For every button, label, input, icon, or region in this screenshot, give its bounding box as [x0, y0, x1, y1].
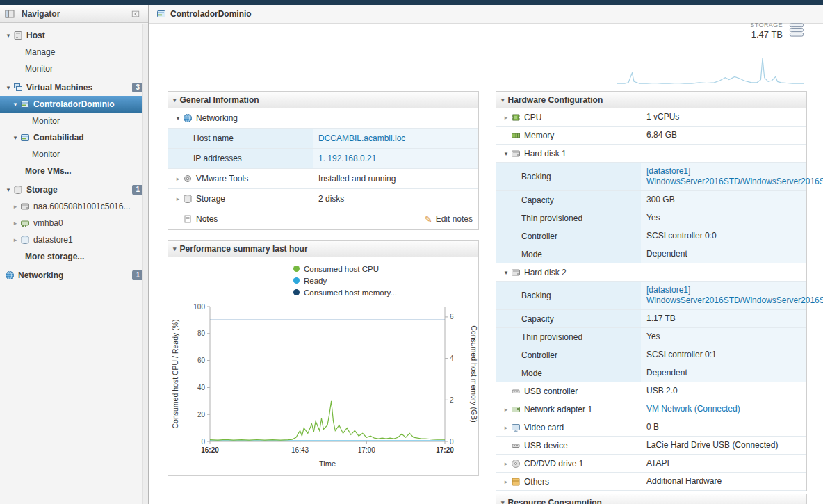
hardware-configuration-table: ▸CPU1 vCPUsMemory6.84 GB▾Hard disk 1Back… — [496, 108, 806, 491]
row-label-cell: Thin provisioned — [496, 328, 641, 346]
svg-text:Time: Time — [319, 460, 336, 468]
twisty-closed-icon[interactable]: ▸ — [502, 460, 510, 467]
svg-text:4: 4 — [450, 355, 454, 362]
twisty-closed-icon[interactable]: ▸ — [11, 236, 19, 243]
twisty-closed-icon[interactable]: ▸ — [502, 114, 510, 121]
twisty-open-icon[interactable]: ▾ — [173, 245, 177, 252]
sidebar-item-monitor[interactable]: Monitor — [0, 60, 148, 77]
row-label: USB device — [524, 441, 568, 450]
row-label-cell: Controller — [496, 346, 641, 364]
cpu-icon — [510, 113, 521, 122]
resource-consumption-header[interactable]: ▾ Resource Consumption — [496, 494, 806, 504]
twisty-closed-icon[interactable]: ▸ — [502, 424, 510, 431]
row-value[interactable]: [datastore1] WindowsServer2016STD/Window… — [641, 282, 823, 309]
sidebar-item-more-storage[interactable]: More storage... — [0, 248, 148, 265]
svg-text:40: 40 — [197, 384, 206, 391]
others-icon — [510, 477, 521, 487]
svg-text:100: 100 — [193, 303, 205, 311]
row-value: 6.84 GB — [641, 127, 806, 144]
table-row-video-card: ▸Video card0 B — [496, 418, 806, 437]
sidebar-item-label: Manage — [25, 47, 55, 57]
twisty-open-icon[interactable]: ▾ — [501, 499, 505, 504]
twisty-open-icon[interactable]: ▾ — [501, 97, 505, 104]
sidebar-item-label: Storage — [26, 185, 58, 195]
twisty-open-icon[interactable]: ▾ — [173, 97, 177, 104]
count-badge: 1 — [132, 270, 143, 280]
table-row-mode: ModeDependent — [496, 245, 806, 263]
performance-chart: 020406080100024616:2016:4317:0017:20Cons… — [168, 301, 478, 475]
sidebar-item-more-vms[interactable]: More VMs... — [0, 163, 148, 179]
hardware-configuration-header[interactable]: ▾ Hardware Configuration — [496, 92, 806, 108]
twisty-closed-icon[interactable]: ▸ — [11, 220, 19, 227]
table-row-thin-provisioned: Thin provisionedYes — [496, 209, 806, 227]
row-value[interactable]: VM Network (Connected) — [641, 400, 806, 418]
row-label: CPU — [524, 113, 541, 122]
row-label-cell: ▸Storage — [168, 189, 313, 209]
row-value[interactable]: [datastore1] WindowsServer2016STD/Window… — [641, 163, 823, 190]
edit-notes-button[interactable]: ✎Edit notes — [425, 214, 473, 225]
general-information-header[interactable]: ▾ General Information — [168, 92, 478, 108]
row-label-cell: Capacity — [496, 191, 641, 209]
row-value: Yes — [641, 328, 806, 346]
sidebar-item-monitor[interactable]: Monitor — [0, 146, 148, 163]
sidebar-scrollbar[interactable] — [142, 24, 148, 504]
row-label: Others — [524, 477, 549, 487]
sidebar-item-naa-600508b1001c5016[interactable]: ▸naa.600508b1001c5016... — [0, 198, 148, 215]
sidebar-item-monitor[interactable]: Monitor — [0, 113, 148, 129]
sidebar-item-networking[interactable]: Networking1 — [0, 267, 148, 284]
table-row-host-name: Host nameDCCAMBIL.acambil.loc — [168, 129, 478, 149]
twisty-open-icon[interactable]: ▾ — [4, 84, 13, 91]
sidebar-item-virtual-machines[interactable]: ▾Virtual Machines3 — [0, 79, 148, 96]
twisty-open-icon[interactable]: ▾ — [502, 269, 510, 276]
sidebar-item-vmhba0[interactable]: ▸vmhba0 — [0, 215, 148, 231]
twisty-closed-icon[interactable]: ▸ — [174, 195, 182, 202]
svg-text:17:20: 17:20 — [436, 446, 454, 454]
row-label: Network adapter 1 — [524, 405, 592, 414]
twisty-open-icon[interactable]: ▾ — [11, 134, 19, 141]
twisty-open-icon[interactable]: ▾ — [4, 32, 13, 39]
performance-header[interactable]: ▾ Performance summary last hour — [168, 241, 478, 257]
sidebar-item-storage[interactable]: ▾Storage1 — [0, 181, 148, 198]
row-label: Video card — [524, 423, 564, 432]
table-row-networking: ▾Networking — [168, 108, 478, 129]
sidebar-item-contabilidad[interactable]: ▾Contabilidad — [0, 129, 148, 146]
twisty-closed-icon[interactable]: ▸ — [502, 406, 510, 413]
sidebar-item-manage[interactable]: Manage — [0, 44, 148, 60]
count-badge: 3 — [132, 83, 143, 92]
row-value: LaCie Hard Drive USB (Connected) — [641, 437, 806, 454]
sidebar-item-datastore1[interactable]: ▸datastore1 — [0, 231, 148, 248]
storage-widget: STORAGE 1.47 TB — [750, 22, 805, 40]
sidebar-item-host[interactable]: ▾Host — [0, 27, 148, 44]
row-value[interactable]: DCCAMBIL.acambil.loc — [313, 129, 478, 148]
sidebar-item-label: ControladorDominio — [33, 99, 115, 109]
row-value[interactable]: 1. 192.168.0.21 — [313, 149, 478, 168]
row-value: 0 B — [641, 418, 806, 436]
collapse-panel-icon[interactable] — [130, 9, 141, 19]
row-label-cell: Thin provisioned — [496, 209, 641, 227]
row-value — [313, 108, 478, 128]
navigator-panel: Navigator ▾HostManageMonitor▾Virtual Mac… — [0, 5, 149, 504]
panel-title: Resource Consumption — [508, 498, 602, 504]
table-row-hard-disk-1: ▾Hard disk 1 — [496, 145, 806, 163]
navigator-title: Navigator — [22, 9, 130, 19]
disk-icon — [510, 149, 521, 158]
row-value: 2 disks — [313, 189, 478, 209]
twisty-closed-icon[interactable]: ▸ — [502, 478, 510, 485]
table-row-thin-provisioned: Thin provisionedYes — [496, 328, 806, 346]
sidebar-item-label: Networking — [18, 270, 63, 280]
twisty-closed-icon[interactable]: ▸ — [174, 175, 182, 182]
twisty-open-icon[interactable]: ▾ — [174, 115, 182, 122]
twisty-open-icon[interactable]: ▾ — [11, 101, 19, 108]
sidebar-item-label: datastore1 — [33, 235, 73, 245]
svg-text:16:43: 16:43 — [291, 446, 309, 454]
adapter-icon — [19, 218, 31, 228]
chart-legend: Consumed host CPUReadyConsumed host memo… — [168, 257, 478, 300]
general-information-table: ▾NetworkingHost nameDCCAMBIL.acambil.loc… — [168, 108, 478, 229]
twisty-closed-icon[interactable]: ▸ — [11, 203, 19, 210]
main-content: ControladorDominio STORAGE 1.47 TB ▾ Gen… — [149, 5, 823, 504]
sidebar-item-label: Monitor — [32, 149, 60, 159]
twisty-open-icon[interactable]: ▾ — [502, 150, 510, 157]
twisty-open-icon[interactable]: ▾ — [4, 186, 13, 193]
sidebar-item-controladordominio[interactable]: ▾ControladorDominio — [0, 96, 148, 113]
storage-icon — [13, 185, 24, 195]
